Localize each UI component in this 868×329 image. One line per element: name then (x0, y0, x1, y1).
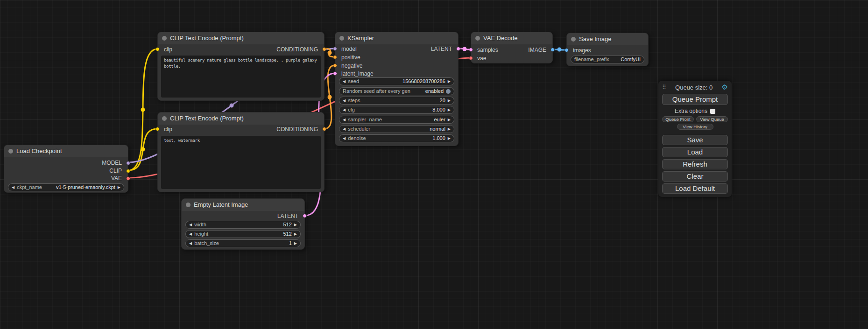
widget-sampler-name[interactable]: ◀ sampler_name euler ▶ (339, 116, 454, 124)
output-dot-clip[interactable] (126, 169, 130, 173)
increment-arrow-icon[interactable]: ▶ (294, 231, 297, 238)
link-midpoint-dot (141, 147, 145, 152)
output-dot-conditioning[interactable] (322, 47, 326, 51)
drag-handle-icon[interactable]: ⠿ (662, 84, 666, 91)
refresh-button[interactable]: Refresh (662, 159, 728, 169)
extra-options-checkbox[interactable] (710, 109, 715, 114)
increment-arrow-icon[interactable]: ▶ (448, 126, 451, 133)
prompt-textarea[interactable]: text, watermark (161, 136, 321, 189)
widget-batch-size[interactable]: ◀ batch_size 1 ▶ (185, 239, 301, 247)
increment-arrow-icon[interactable]: ▶ (448, 135, 451, 142)
increment-arrow-icon[interactable]: ▶ (448, 106, 451, 113)
decrement-arrow-icon[interactable]: ◀ (343, 116, 346, 123)
node-title-bar[interactable]: VAE Decode (471, 32, 552, 44)
node-load-checkpoint[interactable]: Load Checkpoint MODEL CLIP VAE ◀ ckpt_na… (4, 145, 128, 193)
output-dot-conditioning[interactable] (322, 127, 326, 131)
widget-name: filename_prefix (574, 56, 609, 63)
increment-arrow-icon[interactable]: ▶ (294, 240, 297, 247)
node-status-dot-icon[interactable] (339, 36, 344, 41)
input-dot-positive[interactable] (333, 55, 337, 59)
node-status-dot-icon[interactable] (8, 149, 13, 154)
widget-scheduler[interactable]: ◀ scheduler normal ▶ (339, 125, 454, 133)
node-status-dot-icon[interactable] (162, 36, 167, 41)
settings-gear-icon[interactable]: ⚙ (722, 83, 728, 91)
view-history-button[interactable]: View History (677, 124, 713, 130)
increment-arrow-icon[interactable]: ▶ (448, 78, 451, 85)
widget-random-seed-toggle[interactable]: Random seed after every gen enabled (339, 87, 454, 95)
input-dot-negative[interactable] (333, 63, 337, 68)
input-dot-clip[interactable] (155, 47, 160, 51)
widget-value: euler (434, 116, 445, 123)
decrement-arrow-icon[interactable]: ◀ (12, 184, 14, 191)
node-title-bar[interactable]: Empty Latent Image (182, 199, 304, 211)
widget-seed[interactable]: ◀ seed 156680208700286 ▶ (339, 77, 454, 85)
node-title-bar[interactable]: Save Image (567, 33, 648, 45)
decrement-arrow-icon[interactable]: ◀ (343, 97, 346, 104)
node-title-bar[interactable]: CLIP Text Encode (Prompt) (158, 32, 324, 44)
input-label-latent-image: latent_image (341, 70, 374, 77)
widget-ckpt-name[interactable]: ◀ ckpt_name v1-5-pruned-emaonly.ckpt ▶ (8, 183, 124, 191)
widget-value: v1-5-pruned-emaonly.ckpt (56, 184, 115, 191)
input-dot-vae[interactable] (469, 56, 473, 60)
load-default-button[interactable]: Load Default (662, 183, 728, 194)
widget-cfg[interactable]: ◀ cfg 8.000 ▶ (339, 106, 454, 114)
decrement-arrow-icon[interactable]: ◀ (189, 231, 192, 238)
widget-steps[interactable]: ◀ steps 20 ▶ (339, 97, 454, 105)
input-label-positive: positive (341, 54, 360, 61)
node-graph-canvas[interactable]: Load Checkpoint MODEL CLIP VAE ◀ ckpt_na… (0, 0, 868, 329)
view-queue-button[interactable]: View Queue (696, 116, 728, 122)
output-label-conditioning: CONDITIONING (276, 126, 318, 133)
save-button[interactable]: Save (662, 135, 728, 145)
output-dot-image[interactable] (550, 48, 555, 52)
input-dot-samples[interactable] (469, 48, 473, 52)
output-dot-latent[interactable] (303, 214, 307, 218)
widget-name: cfg (348, 106, 355, 113)
increment-arrow-icon[interactable]: ▶ (118, 184, 120, 191)
decrement-arrow-icon[interactable]: ◀ (343, 135, 346, 142)
load-button[interactable]: Load (662, 147, 728, 157)
node-status-dot-icon[interactable] (475, 36, 480, 41)
node-title-bar[interactable]: Load Checkpoint (4, 145, 128, 157)
toggle-on-icon[interactable] (446, 89, 451, 94)
output-dot-vae[interactable] (126, 176, 130, 181)
node-status-dot-icon[interactable] (162, 116, 167, 121)
widget-width[interactable]: ◀ width 512 ▶ (185, 221, 301, 229)
node-clip-text-encode-negative[interactable]: CLIP Text Encode (Prompt) clip CONDITION… (157, 112, 325, 192)
widget-height[interactable]: ◀ height 512 ▶ (185, 230, 301, 238)
input-dot-clip[interactable] (155, 127, 160, 131)
decrement-arrow-icon[interactable]: ◀ (189, 240, 192, 247)
queue-prompt-button[interactable]: Queue Prompt (662, 94, 728, 105)
decrement-arrow-icon[interactable]: ◀ (343, 78, 346, 85)
node-empty-latent-image[interactable]: Empty Latent Image LATENT ◀ width 512 ▶ … (181, 198, 305, 250)
node-ksampler[interactable]: KSampler model positive negative latent_… (335, 32, 459, 146)
prompt-textarea[interactable]: beautiful scenery nature glass bottle la… (161, 56, 321, 98)
input-dot-model[interactable] (333, 47, 337, 51)
increment-arrow-icon[interactable]: ▶ (294, 221, 297, 228)
increment-arrow-icon[interactable]: ▶ (448, 97, 451, 104)
widget-name: steps (348, 97, 360, 104)
output-label-conditioning: CONDITIONING (276, 46, 318, 53)
widget-denoise[interactable]: ◀ denoise 1.000 ▶ (339, 134, 454, 142)
input-dot-images[interactable] (565, 48, 569, 52)
decrement-arrow-icon[interactable]: ◀ (343, 106, 346, 113)
node-status-dot-icon[interactable] (571, 37, 576, 42)
decrement-arrow-icon[interactable]: ◀ (189, 221, 192, 228)
clear-button[interactable]: Clear (662, 171, 728, 182)
decrement-arrow-icon[interactable]: ◀ (343, 126, 346, 133)
input-dot-latent-image[interactable] (333, 71, 337, 76)
widget-filename-prefix[interactable]: filename_prefix ComfyUI (571, 56, 644, 63)
node-title-bar[interactable]: KSampler (335, 32, 458, 44)
node-clip-text-encode-positive[interactable]: CLIP Text Encode (Prompt) clip CONDITION… (157, 32, 325, 101)
node-save-image[interactable]: Save Image images filename_prefix ComfyU… (566, 33, 649, 66)
node-status-dot-icon[interactable] (186, 203, 191, 207)
widget-value: 8.000 (432, 106, 445, 113)
queue-size-label: Queue size: 0 (675, 84, 713, 91)
node-title-bar[interactable]: CLIP Text Encode (Prompt) (158, 112, 324, 125)
output-label-image: IMAGE (528, 47, 546, 53)
output-label-model: MODEL (102, 160, 122, 166)
queue-front-button[interactable]: Queue Front (662, 116, 694, 122)
output-dot-latent[interactable] (456, 47, 460, 51)
node-vae-decode[interactable]: VAE Decode samples vae IMAGE (471, 32, 553, 63)
output-dot-model[interactable] (126, 161, 130, 165)
increment-arrow-icon[interactable]: ▶ (448, 116, 451, 123)
